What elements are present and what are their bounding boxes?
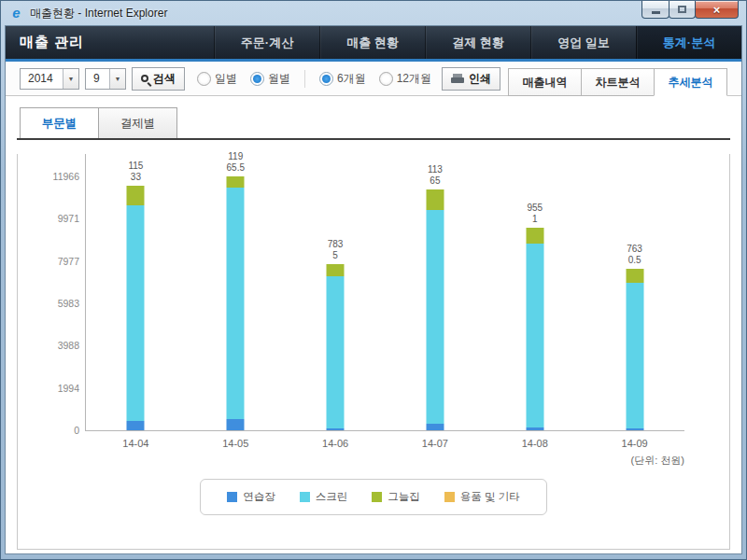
bar-segment-screen bbox=[227, 188, 245, 419]
ie-window: e 매출현황 - Internet Explorer × 매출 관리 주문·계산… bbox=[0, 0, 747, 560]
legend-item-screen: 스크린 bbox=[300, 490, 348, 504]
chart-panel: 019943988598379779971119661153314-041196… bbox=[17, 154, 730, 550]
maximize-icon bbox=[678, 6, 686, 13]
printer-icon bbox=[451, 74, 464, 84]
bar-segment-shade bbox=[626, 269, 643, 284]
y-axis-label: 0 bbox=[23, 425, 79, 436]
nav-item-payment-status[interactable]: 결제 현황 bbox=[425, 26, 530, 59]
bar-segment-practice bbox=[127, 421, 145, 430]
x-axis-label: 14-08 bbox=[522, 438, 548, 449]
bar-value-label: 11533 bbox=[107, 161, 163, 183]
main-navigation: 매출 관리 주문·계산 매출 현황 결제 현황 영업 일보 통계·분석 bbox=[6, 26, 741, 59]
bar-group-14-07: 11365 bbox=[426, 189, 444, 430]
bar-group-14-04: 11533 bbox=[127, 186, 145, 430]
bar-group-14-05: 11965.5 bbox=[227, 176, 245, 430]
bar-segment-practice bbox=[227, 419, 245, 430]
minimize-icon bbox=[652, 11, 660, 14]
bar-segment-shade bbox=[426, 189, 444, 210]
bar-value-label: 7630.5 bbox=[607, 244, 663, 266]
radio-6month[interactable]: 6개월 bbox=[319, 71, 366, 87]
legend-label: 연습장 bbox=[243, 490, 275, 504]
search-button-label: 검색 bbox=[153, 71, 176, 87]
bar-segment-shade bbox=[227, 176, 245, 188]
radio-icon bbox=[319, 72, 333, 86]
radio-icon bbox=[379, 72, 393, 86]
stacked-bar-chart: 019943988598379779971119661153314-041196… bbox=[85, 154, 684, 431]
legend-item-shade: 그늘집 bbox=[372, 490, 420, 504]
minimize-button[interactable] bbox=[641, 1, 669, 19]
legend-item-practice: 연습장 bbox=[227, 490, 275, 504]
month-select-value: 9 bbox=[86, 72, 109, 85]
bar-value-label: 9551 bbox=[507, 203, 563, 225]
close-icon: × bbox=[713, 2, 721, 18]
ie-logo-icon: e bbox=[8, 6, 24, 21]
legend-item-goods: 용품 및 기타 bbox=[444, 490, 520, 504]
toolbar: 2014 ▼ 9 ▼ 검색 일별 월별 6개월 bbox=[6, 62, 741, 96]
legend-swatch-icon bbox=[300, 492, 310, 502]
bar-segment-practice bbox=[526, 427, 543, 430]
bar-segment-screen bbox=[426, 210, 444, 424]
toolbar-divider bbox=[304, 70, 305, 88]
tab-by-payment[interactable]: 결제별 bbox=[98, 107, 177, 138]
tab-by-division[interactable]: 부문별 bbox=[20, 107, 99, 138]
bar-segment-screen bbox=[526, 244, 543, 427]
bar-group-14-09: 7630.5 bbox=[626, 269, 643, 430]
x-axis-label: 14-04 bbox=[122, 438, 148, 449]
radio-daily[interactable]: 일별 bbox=[197, 71, 237, 87]
maximize-button[interactable] bbox=[669, 1, 696, 19]
year-select[interactable]: 2014 ▼ bbox=[20, 68, 79, 90]
bar-segment-screen bbox=[127, 205, 145, 421]
bar-group-14-08: 9551 bbox=[526, 228, 543, 430]
radio-6month-label: 6개월 bbox=[337, 71, 366, 87]
search-icon bbox=[141, 75, 148, 82]
bar-segment-shade bbox=[327, 264, 345, 276]
radio-daily-label: 일별 bbox=[215, 71, 237, 87]
bar-group-14-06: 7835 bbox=[327, 264, 345, 430]
radio-12month-label: 12개월 bbox=[397, 71, 431, 87]
tab-underline bbox=[17, 138, 730, 140]
x-axis-label: 14-05 bbox=[222, 438, 248, 449]
radio-monthly[interactable]: 월별 bbox=[250, 71, 290, 87]
legend-swatch-icon bbox=[444, 492, 455, 502]
print-button[interactable]: 인쇄 bbox=[442, 67, 500, 91]
y-axis-label: 7977 bbox=[23, 256, 79, 267]
bar-value-label: 11965.5 bbox=[207, 151, 263, 174]
radio-icon bbox=[197, 72, 211, 86]
tab-sales-detail[interactable]: 매출내역 bbox=[508, 68, 582, 96]
bar-segment-practice bbox=[327, 428, 345, 430]
x-axis-label: 14-09 bbox=[622, 438, 648, 449]
year-select-value: 2014 bbox=[21, 72, 63, 85]
legend-swatch-icon bbox=[227, 492, 237, 502]
bar-segment-screen bbox=[626, 283, 643, 427]
nav-item-statistics-analysis[interactable]: 통계·분석 bbox=[636, 26, 741, 59]
chevron-down-icon: ▼ bbox=[109, 69, 125, 89]
month-select[interactable]: 9 ▼ bbox=[85, 68, 126, 90]
legend-label: 용품 및 기타 bbox=[460, 490, 520, 504]
close-button[interactable]: × bbox=[695, 1, 739, 19]
x-axis-label: 14-06 bbox=[322, 438, 348, 449]
y-axis-label: 9971 bbox=[23, 213, 79, 224]
bar-segment-shade bbox=[526, 228, 543, 244]
search-button[interactable]: 검색 bbox=[132, 67, 185, 91]
bar-value-label: 7835 bbox=[307, 239, 363, 261]
x-axis-label: 14-07 bbox=[422, 438, 448, 449]
window-client-area: 매출 관리 주문·계산 매출 현황 결제 현황 영업 일보 통계·분석 2014… bbox=[5, 25, 742, 554]
radio-monthly-label: 월별 bbox=[268, 71, 290, 87]
radio-12month[interactable]: 12개월 bbox=[379, 71, 431, 87]
y-axis-label: 3988 bbox=[23, 340, 79, 351]
radio-icon bbox=[250, 72, 264, 86]
view-tab-strip: 매출내역 차트분석 추세분석 bbox=[509, 68, 727, 96]
bar-segment-practice bbox=[626, 428, 643, 430]
legend-label: 스크린 bbox=[316, 490, 348, 504]
nav-item-daily-report[interactable]: 영업 일보 bbox=[530, 26, 636, 59]
bar-segment-practice bbox=[426, 424, 444, 430]
nav-item-order-calc[interactable]: 주문·계산 bbox=[214, 26, 319, 59]
legend-swatch-icon bbox=[372, 492, 382, 502]
chevron-down-icon: ▼ bbox=[63, 69, 78, 89]
content-area: 부문별 결제별 01994398859837977997111966115331… bbox=[6, 96, 741, 550]
tab-trend-analysis[interactable]: 추세분석 bbox=[654, 68, 727, 96]
y-axis-label: 1994 bbox=[23, 383, 79, 394]
print-button-label: 인쇄 bbox=[469, 71, 491, 87]
tab-chart-analysis[interactable]: 차트분석 bbox=[581, 68, 655, 96]
nav-item-sales-status[interactable]: 매출 현황 bbox=[319, 26, 425, 59]
